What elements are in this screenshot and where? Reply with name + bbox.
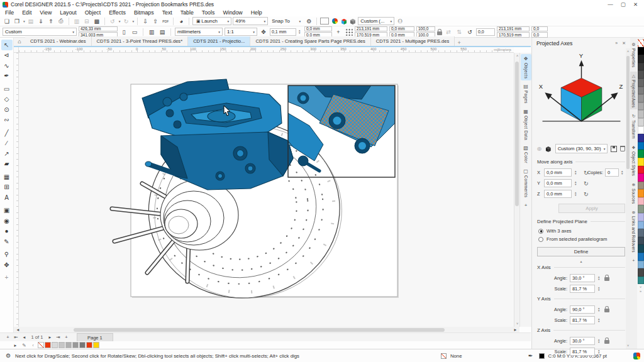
y-scale-spinner[interactable]: ▲▼	[597, 318, 602, 323]
x-scale-field[interactable]: 81,7 %	[570, 285, 595, 293]
add-page-button-2[interactable]: +	[62, 334, 70, 340]
portrait-button[interactable]: ▯	[119, 28, 128, 36]
callout-tool[interactable]: ◉	[1, 216, 13, 226]
palette-swatch[interactable]	[638, 110, 644, 118]
table-tool[interactable]: ▦	[1, 172, 13, 182]
z-scale-field[interactable]: 81,7 %	[570, 348, 595, 356]
lock-ratio-icon[interactable]	[437, 31, 442, 35]
horizontal-scroll-thumb[interactable]	[74, 328, 445, 332]
preview-icon[interactable]: ◎	[537, 146, 541, 151]
docker-close-icon[interactable]: ✕	[622, 41, 626, 46]
palette-swatch[interactable]	[638, 268, 644, 277]
first-page-icon[interactable]: ⇤	[12, 334, 20, 340]
rotate-y-icon[interactable]: ↻	[584, 180, 589, 187]
x-angle-spinner[interactable]: ▲▼	[597, 276, 602, 281]
menu-file[interactable]: File	[5, 9, 14, 16]
menu-window[interactable]: Window	[223, 9, 242, 16]
units-dropdown[interactable]: millimeters▾	[175, 28, 223, 36]
palette-swatch[interactable]	[638, 213, 644, 221]
x-scale-spinner[interactable]: ▲▼	[597, 287, 602, 292]
palette-swatch[interactable]	[638, 126, 644, 134]
canvas-horizontal-scrollbar[interactable]: ◂ ▸	[14, 327, 519, 332]
menu-object[interactable]: Object	[85, 9, 101, 16]
doc-tab-3point-thread[interactable]: CDTS 2021 - 3-Point Thread PRES.des*	[92, 36, 189, 46]
palette-swatch[interactable]	[638, 237, 644, 245]
docker-float-icon[interactable]: »	[615, 41, 618, 46]
doc-color-swatch[interactable]	[79, 342, 86, 348]
canvas-vertical-scrollbar[interactable]: ˄ ˅	[514, 53, 519, 327]
menu-effects[interactable]: Effects	[109, 9, 126, 16]
export-box-icon[interactable]: ⇧	[151, 17, 160, 25]
page-width-field[interactable]: 426,33 mm	[79, 26, 118, 32]
docker-scroll-down-icon[interactable]: ˅	[626, 343, 630, 349]
palette-swatch[interactable]	[638, 134, 644, 142]
center-x-field[interactable]: 213,191 mm	[497, 26, 530, 32]
y-scale-field[interactable]: 81,7 %	[570, 316, 595, 324]
palette-swatch[interactable]	[638, 253, 644, 261]
vertical-scroll-thumb[interactable]	[515, 62, 519, 206]
z-angle-spinner[interactable]: ▲▼	[597, 339, 602, 344]
connector-tool[interactable]: ⊞	[1, 182, 13, 193]
projection-mode-cube-icon[interactable]	[349, 18, 357, 25]
doc-color-swatch[interactable]	[72, 342, 79, 348]
import-box-icon[interactable]: ⇩	[141, 17, 150, 25]
current-page-icon[interactable]: ▥	[147, 28, 156, 36]
palette-swatch[interactable]	[638, 189, 644, 197]
menu-view[interactable]: View	[40, 9, 52, 16]
anchor-point-grid[interactable]	[345, 28, 353, 36]
show-page-border-icon[interactable]	[320, 18, 329, 25]
axes-preset-dropdown[interactable]: Custom (30, 90, 30)▾	[555, 144, 608, 153]
palette-swatch[interactable]	[638, 63, 644, 71]
docker-scroll-up-icon[interactable]: ˄	[626, 48, 630, 55]
palette-swatch[interactable]	[638, 55, 644, 63]
add-icon[interactable]: +	[334, 28, 343, 36]
ruler-origin-corner[interactable]	[14, 47, 19, 53]
move-x-field[interactable]: 0,0 mm	[544, 168, 572, 177]
rotation-angle-field[interactable]: 0,0	[476, 28, 495, 36]
status-gear-icon[interactable]: ⚙	[4, 352, 13, 360]
redo-icon[interactable]: ↻	[122, 17, 131, 25]
move-z-field[interactable]: 0,0 mm	[544, 190, 572, 198]
palette-swatch[interactable]	[638, 173, 644, 182]
open-caret-icon[interactable]: ▾	[23, 19, 25, 23]
palette-swatch[interactable]	[638, 87, 644, 95]
add-page-button[interactable]: +	[4, 334, 12, 340]
menu-text[interactable]: Text	[162, 9, 172, 16]
copy-icon[interactable]: ⊟	[82, 17, 91, 25]
apply-button[interactable]: Apply	[558, 204, 625, 213]
docker-scroll-thumb[interactable]	[626, 56, 630, 169]
projection-tool[interactable]: ▣	[1, 206, 13, 216]
collapse-section-button[interactable]: ▴	[532, 256, 630, 263]
palette-expand-icon[interactable]: ▸	[11, 343, 19, 348]
pan-tool[interactable]: ✥	[1, 260, 13, 270]
scale-x-field[interactable]: 100,0	[416, 26, 435, 32]
menu-edit[interactable]: Edit	[22, 9, 31, 16]
add-docker-button[interactable]: +	[521, 200, 531, 210]
skew-y-field[interactable]: 0,0	[531, 32, 548, 38]
center-ellipse-tool[interactable]: ⊙	[1, 104, 13, 115]
menu-help[interactable]: Help	[251, 9, 262, 16]
vertical-ruler[interactable]	[14, 53, 19, 327]
landscape-button[interactable]: ▭	[130, 28, 139, 36]
nudge-field[interactable]: 0,1 mm	[270, 28, 296, 36]
polyline-tool[interactable]: ∕	[1, 138, 13, 149]
page-preset-dropdown[interactable]: Custom▾	[3, 28, 77, 36]
color-ball-icon[interactable]	[330, 17, 339, 25]
palette-swatch[interactable]	[638, 197, 644, 206]
docker-scrollbar[interactable]: ˄ ˅	[626, 48, 630, 349]
horizontal-ruler[interactable]: -150-100 -500 50100 150200 250300 350400…	[19, 47, 514, 53]
palette-swatch[interactable]	[638, 244, 644, 253]
welcome-home-tab[interactable]: ⌂	[14, 36, 25, 46]
docker-tab-object-data[interactable]: ▦ Object Data	[521, 107, 531, 142]
export-icon[interactable]: ⇑	[47, 17, 55, 25]
line-tool[interactable]: ╱	[1, 128, 13, 138]
z-scale-spinner[interactable]: ▲▼	[597, 349, 602, 354]
move-z-spinner[interactable]: ▲▼	[574, 192, 579, 197]
minimize-button[interactable]: —	[608, 1, 613, 8]
docker-tab-properties[interactable]: ⚙ Properties	[630, 40, 637, 69]
docker-tab-objects[interactable]: ❖ Objects	[521, 54, 531, 80]
dimension-tool[interactable]: ↗	[1, 148, 13, 159]
palette-swatch[interactable]	[638, 102, 644, 111]
all-pages-icon[interactable]: ▤	[158, 28, 167, 36]
save-icon[interactable]: ▤	[26, 17, 35, 25]
